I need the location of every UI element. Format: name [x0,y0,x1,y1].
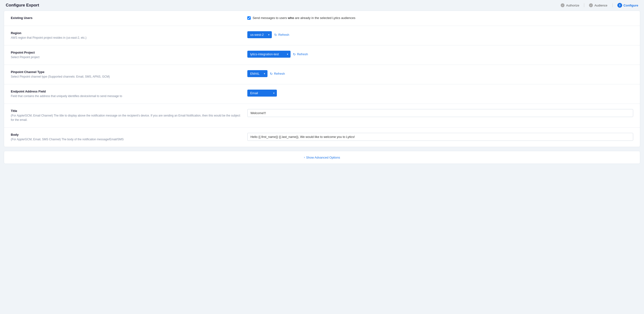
channel-type-row: Pinpoint Channel Type Select Pinpoint ch… [4,65,640,84]
body-label: Body [11,133,242,136]
endpoint-address-label: Endpoint Address Field [11,90,242,93]
endpoint-address-desc: Field that contains the address that uni… [11,94,242,98]
channel-type-label-col: Pinpoint Channel Type Select Pinpoint ch… [11,70,247,79]
pinpoint-project-refresh-label: Refresh [297,52,308,56]
region-row: Region AWS region that Pinpoint project … [4,26,640,45]
step-configure-number: 3 [617,3,622,8]
existing-users-checkbox-label[interactable]: Send messages to users who are already i… [252,16,356,20]
region-select[interactable]: us-west-2 us-east-1 us-east-2 us-west-1 … [247,31,272,38]
step-authorize-label: Authorize [566,4,579,7]
endpoint-address-row: Endpoint Address Field Field that contai… [4,84,640,104]
step-authorize-check: ✓ [561,3,564,7]
advanced-options-container: › Show Advanced Options [4,151,640,164]
pinpoint-project-select-wrapper: lytics-integration-test ▾ [247,51,290,58]
step-audience: ✓ Audience [589,3,607,7]
main-form-card: Existing Users Send messages to users wh… [4,11,640,147]
page-wrapper: Configure Export ✓ Authorize ✓ Audience … [0,0,644,314]
region-refresh-icon: ↻ [274,33,277,37]
region-label-col: Region AWS region that Pinpoint project … [11,31,247,40]
check-icon-2: ✓ [590,4,592,7]
region-label: Region [11,31,242,35]
pinpoint-project-row: Pinpoint Project Select Pinpoint project… [4,45,640,65]
check-icon: ✓ [562,4,564,7]
existing-users-label-col: Existing Users [11,16,247,21]
existing-users-row: Existing Users Send messages to users wh… [4,11,640,26]
step-divider-2 [612,3,612,7]
channel-type-input-col: EMAIL SMS APNS GCM ▾ ↻ Refresh [247,70,633,77]
existing-users-checkbox-row: Send messages to users who are already i… [247,16,356,20]
region-refresh-button[interactable]: ↻ Refresh [274,33,289,37]
top-bar: Configure Export ✓ Authorize ✓ Audience … [0,0,644,11]
page-title: Configure Export [6,3,39,8]
endpoint-address-input-col: Email Phone Device Token ▾ [247,90,633,97]
body-input-col [247,133,633,141]
step-audience-label: Audience [594,4,607,7]
title-input-col [247,109,633,117]
step-audience-check: ✓ [589,3,593,7]
endpoint-address-select[interactable]: Email Phone Device Token [247,90,277,97]
channel-type-desc: Select Pinpoint channel type (Supported … [11,75,242,79]
title-row: Title (For Apple/GCM, Email Channel) The… [4,104,640,128]
existing-users-checkbox[interactable] [247,16,251,20]
advanced-chevron-icon: › [304,156,305,159]
body-desc: (For Apple/GCM, Email, SMS Channel) The … [11,137,242,142]
title-desc: (For Apple/GCM, Email Channel) The title… [11,113,242,122]
advanced-options-label: Show Advanced Options [306,156,340,159]
title-label: Title [11,109,242,113]
body-row: Body (For Apple/GCM, Email, SMS Channel)… [4,128,640,147]
pinpoint-project-select[interactable]: lytics-integration-test [247,51,290,58]
pinpoint-project-refresh-button[interactable]: ↻ Refresh [293,52,308,56]
channel-type-label: Pinpoint Channel Type [11,70,242,74]
channel-type-select-wrapper: EMAIL SMS APNS GCM ▾ [247,70,268,77]
step-authorize: ✓ Authorize [561,3,579,7]
channel-type-refresh-icon: ↻ [270,72,273,76]
endpoint-address-select-wrapper: Email Phone Device Token ▾ [247,90,277,97]
step-configure: 3 Configure [617,3,638,8]
pinpoint-project-input-col: lytics-integration-test ▾ ↻ Refresh [247,51,633,58]
steps-nav: ✓ Authorize ✓ Audience 3 Configure [561,3,638,8]
step-divider-1 [584,3,584,7]
body-label-col: Body (For Apple/GCM, Email, SMS Channel)… [11,133,247,142]
region-select-wrapper: us-west-2 us-east-1 us-east-2 us-west-1 … [247,31,272,38]
pinpoint-project-desc: Select Pinpoint project [11,55,242,59]
region-input-col: us-west-2 us-east-1 us-east-2 us-west-1 … [247,31,633,38]
region-desc: AWS region that Pinpoint project resides… [11,36,242,40]
existing-users-label: Existing Users [11,16,242,20]
channel-type-refresh-button[interactable]: ↻ Refresh [270,72,285,76]
pinpoint-project-label-col: Pinpoint Project Select Pinpoint project [11,51,247,59]
pinpoint-project-label: Pinpoint Project [11,51,242,54]
step-configure-label: Configure [624,4,638,7]
title-input[interactable] [247,109,633,117]
region-refresh-label: Refresh [278,33,289,37]
channel-type-refresh-label: Refresh [274,72,285,76]
endpoint-address-label-col: Endpoint Address Field Field that contai… [11,90,247,98]
title-label-col: Title (For Apple/GCM, Email Channel) The… [11,109,247,122]
pinpoint-project-refresh-icon: ↻ [293,52,296,56]
existing-users-input-col: Send messages to users who are already i… [247,16,633,20]
channel-type-select[interactable]: EMAIL SMS APNS GCM [247,70,268,77]
show-advanced-button[interactable]: › Show Advanced Options [304,156,340,159]
body-input[interactable] [247,133,633,141]
